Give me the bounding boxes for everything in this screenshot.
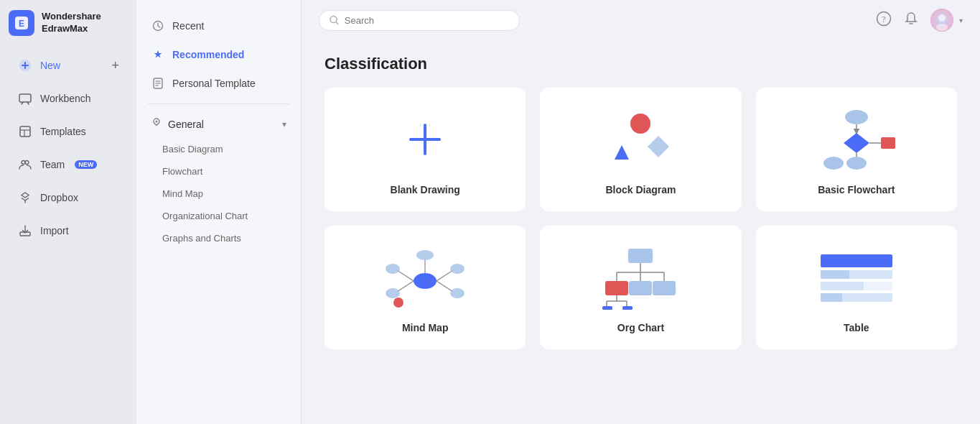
personal-template-label: Personal Template — [172, 78, 256, 89]
search-box[interactable] — [319, 10, 520, 31]
svg-rect-38 — [881, 137, 895, 149]
app-logo-icon: E — [9, 10, 34, 36]
card-visual-blank — [340, 103, 510, 175]
general-icon — [151, 117, 162, 131]
svg-marker-32 — [648, 136, 669, 157]
card-visual-orgchart — [556, 241, 725, 313]
user-dropdown-arrow[interactable]: ▾ — [959, 17, 963, 24]
section-title: Classification — [325, 55, 957, 73]
svg-rect-68 — [622, 306, 633, 310]
dropbox-label: Dropbox — [40, 192, 78, 203]
sidebar-item-new[interactable]: New + — [6, 50, 131, 80]
sub-item-mind-map[interactable]: Mind Map — [136, 183, 301, 205]
templates-label: Templates — [40, 126, 86, 137]
workbench-label: Workbench — [40, 93, 91, 104]
middle-panel: Recent Recommended Personal Template Gen… — [136, 0, 302, 424]
sidebar-item-dropbox[interactable]: Dropbox — [6, 183, 131, 213]
svg-rect-5 — [19, 94, 31, 102]
sidebar-item-workbench[interactable]: Workbench — [6, 83, 131, 114]
sidebar: E Wondershare EdrawMax New + Workbench — [0, 0, 136, 424]
card-mind-map[interactable]: Mind Map — [325, 226, 526, 349]
svg-rect-60 — [629, 281, 652, 295]
svg-point-31 — [630, 114, 650, 134]
general-section-header[interactable]: General ▾ — [136, 110, 301, 138]
general-label: General — [168, 119, 204, 130]
svg-rect-54 — [628, 249, 653, 263]
chevron-down-icon: ▾ — [282, 119, 286, 129]
card-label-flowchart: Basic Flowchart — [818, 184, 895, 195]
svg-point-28 — [936, 24, 948, 31]
svg-point-27 — [938, 14, 946, 22]
svg-point-40 — [823, 157, 844, 170]
card-org-chart[interactable]: Org Chart — [540, 226, 741, 349]
card-visual-table — [772, 241, 941, 313]
dropbox-icon — [17, 190, 33, 206]
svg-rect-73 — [821, 282, 864, 290]
svg-point-42 — [414, 273, 437, 289]
search-input[interactable] — [345, 15, 509, 26]
svg-rect-8 — [20, 126, 30, 137]
svg-text:E: E — [19, 19, 24, 29]
notification-icon[interactable] — [903, 11, 919, 30]
main-content: ? ▾ Classification Blank Dr — [302, 0, 980, 424]
new-icon — [17, 57, 33, 73]
svg-rect-62 — [653, 281, 676, 295]
sub-item-org-chart[interactable]: Organizational Chart — [136, 205, 301, 227]
card-visual-block — [556, 103, 725, 175]
recommended-icon — [151, 47, 165, 62]
search-icon — [330, 15, 339, 25]
app-name: Wondershare EdrawMax — [42, 11, 101, 35]
sub-item-basic-diagram[interactable]: Basic Diagram — [136, 138, 301, 160]
svg-marker-33 — [615, 145, 629, 160]
svg-point-53 — [393, 298, 403, 308]
team-icon — [17, 157, 33, 172]
sidebar-item-team[interactable]: Team NEW — [6, 149, 131, 180]
logo-area: E Wondershare EdrawMax — [0, 0, 136, 46]
sub-item-graphs-charts[interactable]: Graphs and Charts — [136, 227, 301, 249]
card-blank-drawing[interactable]: Blank Drawing — [325, 88, 526, 211]
middle-item-recent[interactable]: Recent — [136, 11, 301, 40]
user-avatar[interactable] — [930, 9, 953, 32]
sub-item-flowchart[interactable]: Flowchart — [136, 160, 301, 183]
svg-rect-71 — [821, 270, 849, 279]
sidebar-item-import[interactable]: Import — [6, 216, 131, 246]
workbench-icon — [17, 91, 33, 106]
top-bar-icons: ? ▾ — [876, 9, 963, 32]
content-area: Classification Blank Drawing — [302, 40, 980, 424]
cards-grid: Blank Drawing Block Diagram — [325, 88, 957, 349]
svg-line-22 — [336, 22, 338, 24]
card-basic-flowchart[interactable]: Basic Flowchart — [756, 88, 957, 211]
new-plus-icon: + — [111, 58, 119, 73]
recent-icon — [151, 19, 165, 33]
top-bar: ? ▾ — [302, 0, 980, 40]
svg-marker-36 — [844, 133, 869, 153]
team-label: Team — [40, 159, 65, 170]
recent-label: Recent — [172, 20, 204, 32]
card-label-block: Block Diagram — [605, 184, 676, 195]
card-visual-flowchart — [772, 103, 941, 175]
new-label: New — [40, 60, 60, 71]
team-new-badge: NEW — [75, 160, 97, 169]
help-icon[interactable]: ? — [876, 11, 892, 30]
svg-point-41 — [846, 157, 867, 170]
middle-item-personal[interactable]: Personal Template — [136, 69, 301, 98]
svg-point-48 — [450, 264, 465, 274]
card-block-diagram[interactable]: Block Diagram — [540, 88, 741, 211]
card-table[interactable]: Table — [756, 226, 957, 349]
svg-line-45 — [397, 281, 414, 292]
svg-rect-69 — [821, 254, 892, 267]
middle-item-recommended[interactable]: Recommended — [136, 40, 301, 69]
svg-line-49 — [437, 281, 453, 292]
svg-line-47 — [437, 270, 453, 281]
svg-rect-58 — [605, 281, 628, 295]
divider — [148, 103, 289, 104]
svg-text:?: ? — [882, 13, 886, 24]
svg-point-12 — [25, 161, 29, 165]
card-label-table: Table — [844, 322, 869, 333]
card-label-mindmap: Mind Map — [402, 322, 449, 333]
svg-point-52 — [416, 250, 434, 260]
svg-point-34 — [845, 110, 868, 124]
sidebar-nav: New + Workbench Templates Team NEW — [0, 46, 136, 250]
svg-point-20 — [156, 121, 158, 123]
sidebar-item-templates[interactable]: Templates — [6, 116, 131, 147]
